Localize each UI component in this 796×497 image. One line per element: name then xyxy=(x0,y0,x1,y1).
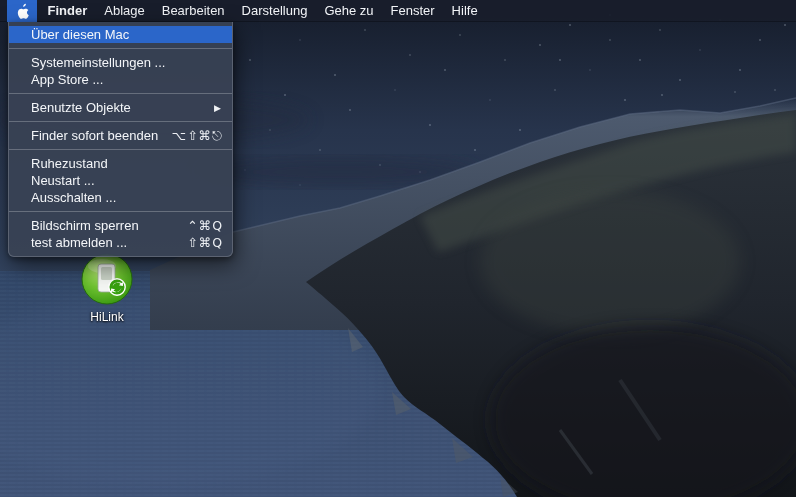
apple-icon xyxy=(16,3,29,19)
menu-item-shortcut: ⇧⌘Q xyxy=(187,235,223,250)
menu-item-uber-diesen-mac[interactable]: Über diesen Mac xyxy=(9,26,232,43)
menubar-item-gehe-zu[interactable]: Gehe zu xyxy=(316,0,382,22)
menu-item-label: Neustart ... xyxy=(31,173,95,188)
menu-item-label: Ausschalten ... xyxy=(31,190,116,205)
menu-item-label: App Store ... xyxy=(31,72,103,87)
menu-separator xyxy=(9,149,232,150)
menu-item-shortcut: ⌥⇧⌘⎋ xyxy=(172,128,223,144)
menubar-item-bearbeiten[interactable]: Bearbeiten xyxy=(153,0,233,22)
menu-item-ruhezustand[interactable]: Ruhezustand xyxy=(9,155,232,172)
menu-separator xyxy=(9,211,232,212)
menu-item-bildschirm-sperren[interactable]: Bildschirm sperren⌃⌘Q xyxy=(9,217,232,234)
menu-item-systemeinstellungen[interactable]: Systemeinstellungen ... xyxy=(9,54,232,71)
menu-item-label: Systemeinstellungen ... xyxy=(31,55,165,70)
menu-item-benutzte-objekte[interactable]: Benutzte Objekte▶ xyxy=(9,99,232,116)
menubar-item-fenster[interactable]: Fenster xyxy=(382,0,443,22)
menu-separator xyxy=(9,93,232,94)
apple-menu-button[interactable] xyxy=(7,0,37,22)
desktop-icon-label: HiLink xyxy=(90,310,123,324)
hilink-icon xyxy=(80,252,134,306)
submenu-arrow-icon: ▶ xyxy=(214,103,221,113)
menubar-item-finder[interactable]: Finder xyxy=(39,0,96,22)
menu-item-test-abmelden[interactable]: test abmelden ...⇧⌘Q xyxy=(9,234,232,251)
menu-item-app-store[interactable]: App Store ... xyxy=(9,71,232,88)
menu-item-label: Ruhezustand xyxy=(31,156,108,171)
menubar-item-darstellung[interactable]: Darstellung xyxy=(233,0,316,22)
desktop-icon-hilink[interactable]: HiLink xyxy=(61,252,153,324)
menubar-items: FinderAblageBearbeitenDarstellungGehe zu… xyxy=(39,0,486,22)
menu-item-label: Über diesen Mac xyxy=(31,27,129,42)
menu-item-label: Bildschirm sperren xyxy=(31,218,139,233)
menu-separator xyxy=(9,121,232,122)
menu-item-label: Finder sofort beenden xyxy=(31,128,158,143)
menubar-item-ablage[interactable]: Ablage xyxy=(96,0,153,22)
menu-separator xyxy=(9,48,232,49)
menu-item-neustart[interactable]: Neustart ... xyxy=(9,172,232,189)
menu-item-finder-sofort-beenden[interactable]: Finder sofort beenden⌥⇧⌘⎋ xyxy=(9,127,232,144)
menu-item-label: Benutzte Objekte xyxy=(31,100,131,115)
menu-item-ausschalten[interactable]: Ausschalten ... xyxy=(9,189,232,206)
desktop: FinderAblageBearbeitenDarstellungGehe zu… xyxy=(0,0,796,497)
menu-item-label: test abmelden ... xyxy=(31,235,127,250)
apple-menu-dropdown: Über diesen MacSystemeinstellungen ...Ap… xyxy=(8,22,233,257)
menu-bar: FinderAblageBearbeitenDarstellungGehe zu… xyxy=(0,0,796,22)
menu-item-shortcut: ⌃⌘Q xyxy=(187,218,223,233)
menubar-item-hilfe[interactable]: Hilfe xyxy=(443,0,486,22)
